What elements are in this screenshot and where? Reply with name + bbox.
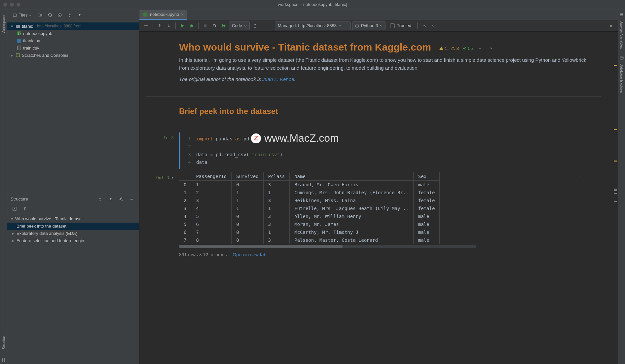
df-cell: 6 [191, 220, 232, 228]
structure-item-brief[interactable]: Brief peek into the dataset [7, 223, 139, 230]
df-cell: 7 [191, 228, 232, 236]
move-up-button[interactable] [156, 22, 164, 30]
refresh-button[interactable] [46, 11, 54, 19]
table-row: 7803Palsson, Master. Gosta Leonardmale [179, 236, 440, 244]
prev-button[interactable] [420, 22, 428, 30]
df-cell: Allen, Mr. William Henry [290, 212, 414, 220]
scratches-icon [15, 53, 20, 58]
expand-all-button[interactable] [66, 11, 74, 19]
code-body[interactable]: 1import pandas as pd 2 3data = pd.read_c… [179, 132, 601, 169]
stop-button[interactable] [201, 22, 209, 30]
markdown-cell-h2[interactable]: Brief peek into the dataset [146, 96, 601, 129]
ipynb-icon [143, 12, 148, 17]
project-root[interactable]: ▾ titanic http://localhost:8888 from [7, 22, 139, 30]
file-item-train-csv[interactable]: train.csv [7, 44, 139, 52]
minimize-window-icon[interactable] [10, 3, 14, 7]
structure-panel: Structure ▾ Who would survive - Titanic … [7, 194, 139, 364]
maximize-window-icon[interactable] [17, 3, 20, 7]
files-icon [13, 13, 17, 18]
df-cell: 3 [263, 197, 290, 204]
file-name: train.csv [23, 46, 39, 51]
add-cell-button[interactable] [142, 22, 150, 30]
badge-up-button[interactable] [476, 44, 484, 52]
more-button[interactable]: » [607, 22, 615, 30]
chevron-down-icon[interactable]: ▾ [171, 175, 174, 257]
structure-item-feature[interactable]: ▸ Feature selection and feature engin [7, 237, 139, 244]
svg-rect-4 [13, 14, 17, 17]
df-cell: female [413, 189, 440, 197]
database-explorer-tab[interactable]: Database Explorer [620, 60, 624, 97]
author-link[interactable]: Juan L. Kehoe [262, 76, 294, 82]
df-cell: Futrelle, Mrs. Jacques Heath (Lily May .… [290, 204, 414, 212]
structure-sort-button[interactable] [11, 205, 18, 213]
structure-settings-button[interactable] [117, 195, 125, 203]
cell-type-select[interactable]: Code [229, 21, 250, 30]
table-row: 5603Moran, Mr. Jamesmale [179, 220, 440, 228]
svg-point-16 [190, 24, 193, 27]
jupyter-icon [619, 12, 624, 17]
df-column-header: Name [290, 172, 414, 181]
df-cell: 1 [263, 204, 290, 212]
markdown-cell-title[interactable]: Who would survive - Titanic dataset from… [146, 38, 601, 96]
warning-badge[interactable]: 1 [439, 46, 447, 51]
structure-tool-tab[interactable]: Structure [2, 331, 6, 353]
kernel-status-icon [355, 24, 359, 28]
files-dropdown[interactable]: Files [10, 11, 34, 19]
run-all-button[interactable] [220, 22, 228, 30]
restart-button[interactable] [210, 22, 218, 30]
structure-hide-button[interactable] [128, 195, 136, 203]
structure-item-root[interactable]: ▾ Who would survive - Titanic dataset [7, 215, 139, 223]
titlebar: workspace – notebook.ipynb [titanic] [0, 0, 625, 9]
structure-nav-button[interactable] [22, 205, 30, 213]
move-down-button[interactable] [165, 22, 173, 30]
svg-rect-19 [620, 13, 623, 14]
collapse-all-button[interactable] [76, 11, 84, 19]
kernel-select[interactable]: Python 3 [352, 21, 386, 30]
ok-badge[interactable]: 55 [462, 46, 473, 51]
next-button[interactable] [429, 22, 437, 30]
close-window-icon[interactable] [3, 3, 7, 7]
structure-collapse-button[interactable] [107, 195, 115, 203]
open-in-tab-link[interactable]: Open in new tab [233, 252, 266, 257]
code-cell[interactable]: In 3 1import pandas as pd 2 3data = pd.r… [146, 132, 601, 169]
table-menu-icon[interactable]: ⋮ [577, 172, 581, 178]
ipynb-icon: iP [17, 31, 22, 36]
run-button[interactable] [178, 22, 186, 30]
structure-item-eda[interactable]: ▸ Exploratory data analysis (EDA) [7, 230, 139, 237]
df-cell: 1 [263, 189, 290, 197]
debug-button[interactable] [188, 22, 196, 30]
structure-item-label: Brief peek into the dataset [17, 224, 66, 229]
badge-down-button[interactable] [487, 44, 495, 52]
new-folder-button[interactable] [36, 11, 44, 19]
notebook-body[interactable]: Who would survive - Titanic dataset from… [139, 32, 618, 364]
close-icon[interactable]: × [181, 12, 184, 17]
df-cell: Heikkinen, Miss. Laina [290, 197, 414, 204]
scratches-item[interactable]: ▸ Scratches and Consoles [7, 52, 139, 59]
df-cell: Palsson, Master. Gosta Leonard [290, 236, 414, 244]
managed-select[interactable]: Managed: http://localhost:8888 [275, 21, 351, 30]
file-item-titanic-py[interactable]: titanic.py [7, 37, 139, 44]
trusted-toggle[interactable]: Trusted [387, 23, 415, 28]
df-cell: 1 [179, 189, 191, 197]
workspace-tool-tab[interactable]: Workspace [2, 12, 6, 37]
weak-warning-badge[interactable]: 3 [451, 46, 459, 51]
svg-point-10 [18, 40, 19, 40]
df-cell: 5 [191, 212, 232, 220]
database-icon [619, 55, 624, 60]
chevron-down-icon [244, 24, 247, 27]
df-cell: 2 [191, 189, 232, 197]
target-button[interactable] [56, 11, 64, 19]
tool-window-icon[interactable] [0, 356, 8, 364]
structure-toolbar [7, 204, 139, 214]
structure-expand-button[interactable] [96, 195, 104, 203]
jupyter-variables-tab[interactable]: Jupyter Variables [620, 18, 624, 52]
file-item-notebook[interactable]: iP notebook.ipynb [7, 30, 139, 37]
delete-cell-button[interactable] [251, 22, 259, 30]
scrollbar-thumb[interactable] [179, 245, 343, 248]
kernel-value: Python 3 [361, 23, 378, 28]
chevron-down-icon: ▾ [10, 24, 14, 28]
tab-notebook[interactable]: notebook.ipynb × [139, 10, 187, 20]
df-cell: 0 [232, 228, 263, 236]
horizontal-scrollbar[interactable] [179, 245, 476, 248]
minimap[interactable] [614, 65, 617, 203]
